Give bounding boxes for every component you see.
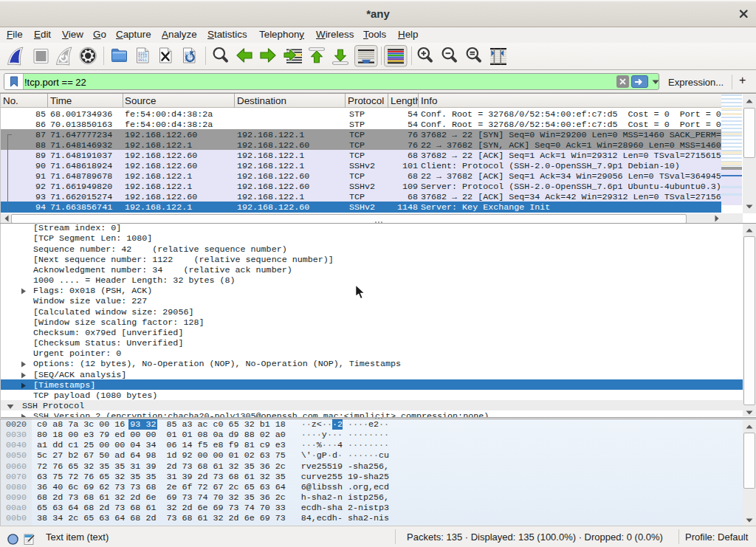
svg-text:0011: 0011 [138, 58, 147, 63]
